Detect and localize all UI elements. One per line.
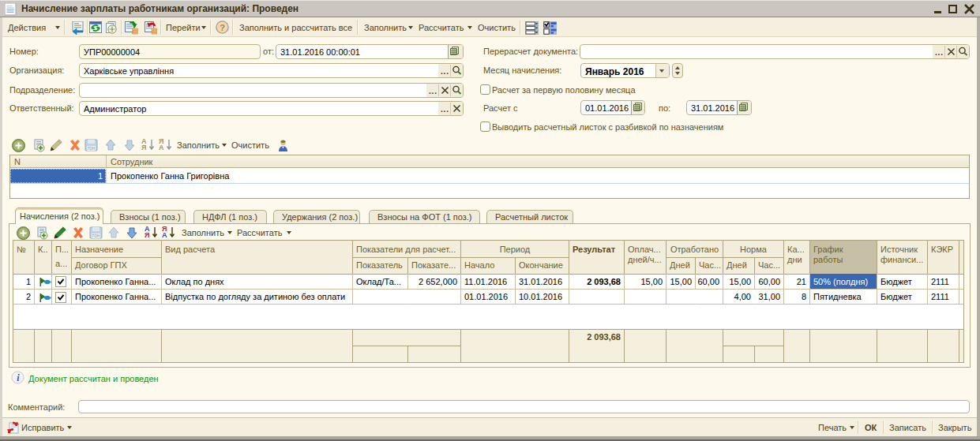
svg-text:?: ?	[220, 23, 225, 32]
svg-text:ГОН: ГОН	[92, 234, 100, 238]
svg-text:ГОН: ГОН	[88, 147, 95, 151]
